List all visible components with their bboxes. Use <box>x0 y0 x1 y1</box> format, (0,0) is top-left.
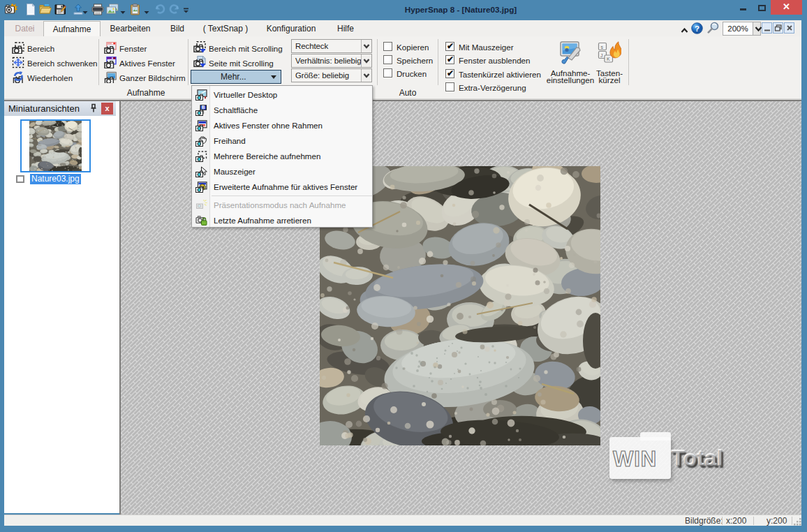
svg-text:?: ? <box>695 24 699 33</box>
svg-text:J: J <box>600 53 603 58</box>
svg-text:K: K <box>607 57 610 61</box>
svg-text:s: s <box>601 45 604 50</box>
svg-text:B: B <box>202 105 205 110</box>
